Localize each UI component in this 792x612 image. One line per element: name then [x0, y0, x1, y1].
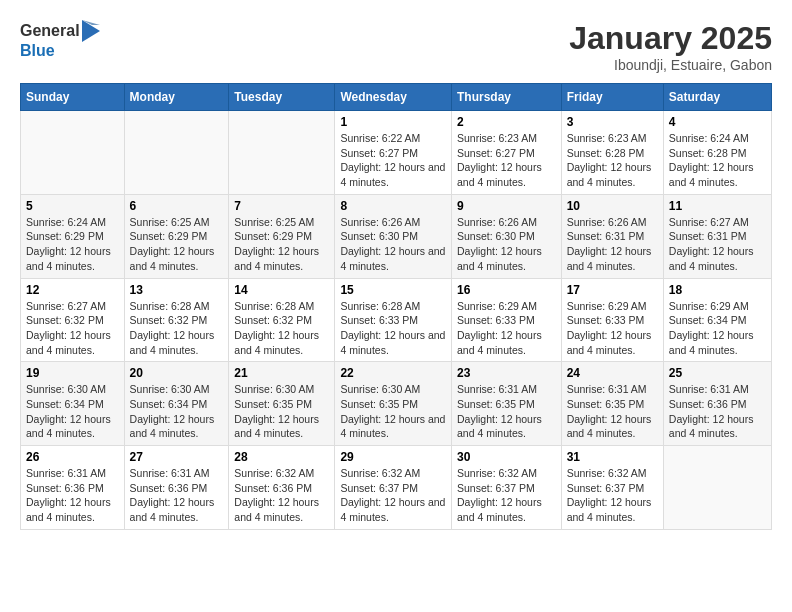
- day-number: 31: [567, 450, 658, 464]
- calendar-cell: 26Sunrise: 6:31 AMSunset: 6:36 PMDayligh…: [21, 446, 125, 530]
- day-info: Sunrise: 6:28 AMSunset: 6:33 PMDaylight:…: [340, 299, 446, 358]
- day-info: Sunrise: 6:24 AMSunset: 6:28 PMDaylight:…: [669, 131, 766, 190]
- day-number: 30: [457, 450, 556, 464]
- calendar-cell: 25Sunrise: 6:31 AMSunset: 6:36 PMDayligh…: [663, 362, 771, 446]
- day-number: 24: [567, 366, 658, 380]
- day-info: Sunrise: 6:25 AMSunset: 6:29 PMDaylight:…: [234, 215, 329, 274]
- calendar-cell: 3Sunrise: 6:23 AMSunset: 6:28 PMDaylight…: [561, 111, 663, 195]
- day-number: 7: [234, 199, 329, 213]
- day-info: Sunrise: 6:31 AMSunset: 6:36 PMDaylight:…: [130, 466, 224, 525]
- calendar-cell: [21, 111, 125, 195]
- calendar-week-row: 26Sunrise: 6:31 AMSunset: 6:36 PMDayligh…: [21, 446, 772, 530]
- calendar-cell: 23Sunrise: 6:31 AMSunset: 6:35 PMDayligh…: [452, 362, 562, 446]
- calendar-cell: 24Sunrise: 6:31 AMSunset: 6:35 PMDayligh…: [561, 362, 663, 446]
- logo-blue: Blue: [20, 42, 100, 60]
- logo: General Blue: [20, 20, 100, 60]
- day-number: 25: [669, 366, 766, 380]
- day-number: 5: [26, 199, 119, 213]
- day-number: 15: [340, 283, 446, 297]
- day-info: Sunrise: 6:29 AMSunset: 6:33 PMDaylight:…: [567, 299, 658, 358]
- logo-arrow-icon: [82, 20, 100, 42]
- calendar-cell: 30Sunrise: 6:32 AMSunset: 6:37 PMDayligh…: [452, 446, 562, 530]
- calendar-cell: 20Sunrise: 6:30 AMSunset: 6:34 PMDayligh…: [124, 362, 229, 446]
- calendar-cell: 14Sunrise: 6:28 AMSunset: 6:32 PMDayligh…: [229, 278, 335, 362]
- logo-text-block: General Blue: [20, 20, 100, 60]
- logo-general: General: [20, 22, 80, 40]
- calendar-cell: 1Sunrise: 6:22 AMSunset: 6:27 PMDaylight…: [335, 111, 452, 195]
- day-number: 4: [669, 115, 766, 129]
- day-info: Sunrise: 6:29 AMSunset: 6:34 PMDaylight:…: [669, 299, 766, 358]
- day-info: Sunrise: 6:26 AMSunset: 6:30 PMDaylight:…: [457, 215, 556, 274]
- calendar-table: SundayMondayTuesdayWednesdayThursdayFrid…: [20, 83, 772, 530]
- day-info: Sunrise: 6:31 AMSunset: 6:36 PMDaylight:…: [669, 382, 766, 441]
- day-info: Sunrise: 6:30 AMSunset: 6:34 PMDaylight:…: [130, 382, 224, 441]
- day-info: Sunrise: 6:32 AMSunset: 6:36 PMDaylight:…: [234, 466, 329, 525]
- weekday-header-friday: Friday: [561, 84, 663, 111]
- day-number: 1: [340, 115, 446, 129]
- day-number: 27: [130, 450, 224, 464]
- calendar-week-row: 12Sunrise: 6:27 AMSunset: 6:32 PMDayligh…: [21, 278, 772, 362]
- weekday-header-monday: Monday: [124, 84, 229, 111]
- page-header: General Blue January 2025 Iboundji, Estu…: [20, 20, 772, 73]
- day-number: 14: [234, 283, 329, 297]
- month-title: January 2025: [569, 20, 772, 57]
- day-info: Sunrise: 6:28 AMSunset: 6:32 PMDaylight:…: [130, 299, 224, 358]
- calendar-cell: 13Sunrise: 6:28 AMSunset: 6:32 PMDayligh…: [124, 278, 229, 362]
- day-number: 26: [26, 450, 119, 464]
- day-number: 23: [457, 366, 556, 380]
- day-info: Sunrise: 6:23 AMSunset: 6:28 PMDaylight:…: [567, 131, 658, 190]
- calendar-cell: 11Sunrise: 6:27 AMSunset: 6:31 PMDayligh…: [663, 194, 771, 278]
- title-block: January 2025 Iboundji, Estuaire, Gabon: [569, 20, 772, 73]
- day-info: Sunrise: 6:30 AMSunset: 6:35 PMDaylight:…: [340, 382, 446, 441]
- day-info: Sunrise: 6:31 AMSunset: 6:35 PMDaylight:…: [457, 382, 556, 441]
- calendar-cell: 19Sunrise: 6:30 AMSunset: 6:34 PMDayligh…: [21, 362, 125, 446]
- day-info: Sunrise: 6:29 AMSunset: 6:33 PMDaylight:…: [457, 299, 556, 358]
- calendar-cell: 16Sunrise: 6:29 AMSunset: 6:33 PMDayligh…: [452, 278, 562, 362]
- day-info: Sunrise: 6:27 AMSunset: 6:31 PMDaylight:…: [669, 215, 766, 274]
- calendar-week-row: 1Sunrise: 6:22 AMSunset: 6:27 PMDaylight…: [21, 111, 772, 195]
- day-info: Sunrise: 6:26 AMSunset: 6:30 PMDaylight:…: [340, 215, 446, 274]
- calendar-cell: 10Sunrise: 6:26 AMSunset: 6:31 PMDayligh…: [561, 194, 663, 278]
- day-info: Sunrise: 6:27 AMSunset: 6:32 PMDaylight:…: [26, 299, 119, 358]
- weekday-header-tuesday: Tuesday: [229, 84, 335, 111]
- day-info: Sunrise: 6:28 AMSunset: 6:32 PMDaylight:…: [234, 299, 329, 358]
- day-number: 18: [669, 283, 766, 297]
- calendar-cell: 21Sunrise: 6:30 AMSunset: 6:35 PMDayligh…: [229, 362, 335, 446]
- weekday-header-saturday: Saturday: [663, 84, 771, 111]
- day-number: 10: [567, 199, 658, 213]
- calendar-cell: 8Sunrise: 6:26 AMSunset: 6:30 PMDaylight…: [335, 194, 452, 278]
- day-info: Sunrise: 6:31 AMSunset: 6:36 PMDaylight:…: [26, 466, 119, 525]
- calendar-cell: 18Sunrise: 6:29 AMSunset: 6:34 PMDayligh…: [663, 278, 771, 362]
- calendar-cell: 9Sunrise: 6:26 AMSunset: 6:30 PMDaylight…: [452, 194, 562, 278]
- calendar-cell: 6Sunrise: 6:25 AMSunset: 6:29 PMDaylight…: [124, 194, 229, 278]
- calendar-cell: 27Sunrise: 6:31 AMSunset: 6:36 PMDayligh…: [124, 446, 229, 530]
- weekday-header-wednesday: Wednesday: [335, 84, 452, 111]
- day-number: 8: [340, 199, 446, 213]
- day-info: Sunrise: 6:30 AMSunset: 6:34 PMDaylight:…: [26, 382, 119, 441]
- day-number: 2: [457, 115, 556, 129]
- calendar-cell: [229, 111, 335, 195]
- day-number: 19: [26, 366, 119, 380]
- day-number: 28: [234, 450, 329, 464]
- day-number: 13: [130, 283, 224, 297]
- location-subtitle: Iboundji, Estuaire, Gabon: [569, 57, 772, 73]
- weekday-header-thursday: Thursday: [452, 84, 562, 111]
- weekday-header-row: SundayMondayTuesdayWednesdayThursdayFrid…: [21, 84, 772, 111]
- day-info: Sunrise: 6:22 AMSunset: 6:27 PMDaylight:…: [340, 131, 446, 190]
- day-number: 20: [130, 366, 224, 380]
- day-number: 16: [457, 283, 556, 297]
- day-info: Sunrise: 6:32 AMSunset: 6:37 PMDaylight:…: [567, 466, 658, 525]
- day-number: 9: [457, 199, 556, 213]
- calendar-cell: 31Sunrise: 6:32 AMSunset: 6:37 PMDayligh…: [561, 446, 663, 530]
- day-number: 29: [340, 450, 446, 464]
- day-number: 11: [669, 199, 766, 213]
- calendar-cell: 7Sunrise: 6:25 AMSunset: 6:29 PMDaylight…: [229, 194, 335, 278]
- calendar-week-row: 5Sunrise: 6:24 AMSunset: 6:29 PMDaylight…: [21, 194, 772, 278]
- day-number: 17: [567, 283, 658, 297]
- calendar-cell: [663, 446, 771, 530]
- calendar-cell: 17Sunrise: 6:29 AMSunset: 6:33 PMDayligh…: [561, 278, 663, 362]
- day-number: 22: [340, 366, 446, 380]
- calendar-cell: 28Sunrise: 6:32 AMSunset: 6:36 PMDayligh…: [229, 446, 335, 530]
- calendar-cell: 4Sunrise: 6:24 AMSunset: 6:28 PMDaylight…: [663, 111, 771, 195]
- day-info: Sunrise: 6:26 AMSunset: 6:31 PMDaylight:…: [567, 215, 658, 274]
